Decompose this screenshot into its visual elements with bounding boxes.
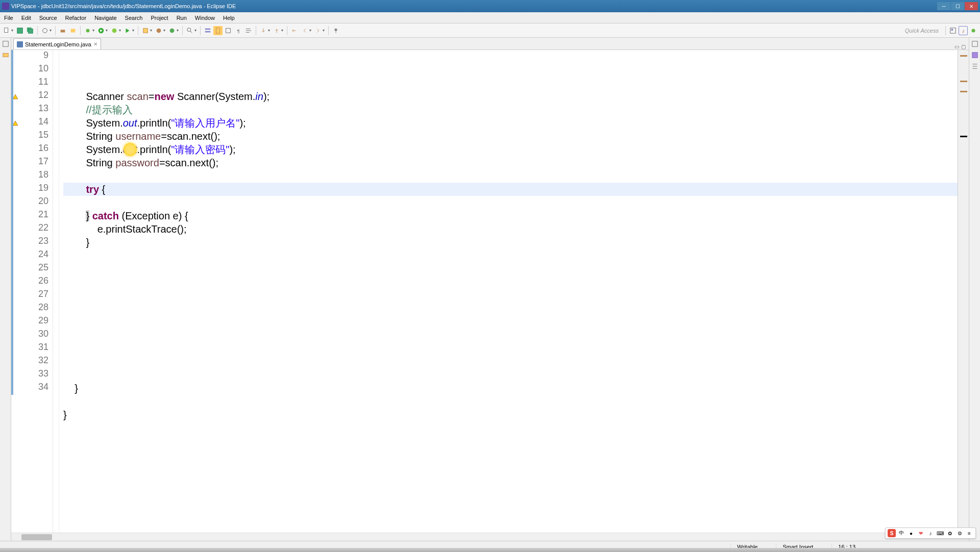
new-java-class-dropdown[interactable]: ▾ (177, 28, 179, 33)
save-all-button[interactable] (26, 26, 35, 35)
ime-softkb-button[interactable]: ⌨ (936, 529, 944, 537)
code-line[interactable] (63, 289, 958, 302)
restore-right-button[interactable] (971, 40, 979, 48)
package-explorer-button[interactable] (2, 51, 10, 59)
run-last-dropdown[interactable]: ▾ (132, 28, 134, 33)
build-button[interactable] (58, 26, 67, 35)
back-button[interactable] (300, 26, 309, 35)
menu-project[interactable]: Project (146, 15, 172, 21)
code-line[interactable] (63, 249, 958, 262)
code-line[interactable]: String password=scan.next(); (63, 156, 958, 169)
toggle-breadcrumb-button[interactable] (203, 26, 212, 35)
forward-button[interactable] (313, 26, 323, 35)
code-line[interactable]: } (63, 382, 958, 395)
close-button[interactable]: ✕ (965, 2, 978, 10)
forward-dropdown[interactable]: ▾ (323, 28, 325, 33)
horizontal-scrollbar[interactable] (11, 533, 969, 541)
menu-window[interactable]: Window (191, 15, 219, 21)
menu-help[interactable]: Help (219, 15, 239, 21)
java-perspective-button[interactable]: J (959, 26, 968, 35)
menu-source[interactable]: Source (35, 15, 61, 21)
minimize-editor-icon[interactable]: ▭ (954, 44, 959, 49)
pin-button[interactable] (331, 26, 340, 35)
open-type-button[interactable] (40, 26, 50, 35)
code-line[interactable]: Scanner scan=new Scanner(System.in); (63, 90, 958, 103)
restore-view-button[interactable] (2, 40, 10, 48)
run-button[interactable] (96, 26, 106, 35)
toggle-block-button[interactable] (224, 26, 233, 35)
code-line[interactable]: System.out.println("请输入用户名"); (63, 116, 958, 130)
new-package-button[interactable] (68, 26, 78, 35)
open-type-dropdown[interactable]: ▾ (50, 28, 52, 33)
code-line[interactable] (63, 262, 958, 275)
toggle-word-wrap-button[interactable] (244, 26, 253, 35)
save-button[interactable] (15, 26, 24, 35)
prev-annotation-button[interactable] (272, 26, 281, 35)
maximize-editor-icon[interactable]: ▢ (961, 44, 966, 49)
code-editor[interactable]: 9101112131415161718192021222324252627282… (11, 50, 969, 533)
sogou-icon[interactable]: S (888, 529, 896, 537)
tab-close-icon[interactable]: ✕ (93, 41, 97, 47)
new-dropdown[interactable]: ▾ (11, 28, 13, 33)
ime-menu-button[interactable]: ≡ (965, 529, 973, 537)
task-list-button[interactable] (971, 51, 979, 59)
prev-annotation-dropdown[interactable]: ▾ (281, 28, 283, 33)
overview-ruler[interactable] (958, 50, 969, 533)
new-java-package-button[interactable] (154, 26, 163, 35)
code-line[interactable] (63, 421, 958, 435)
menu-file[interactable]: File (0, 15, 17, 21)
open-perspective-button[interactable] (948, 26, 958, 35)
new-button[interactable] (2, 26, 11, 35)
new-java-class-button[interactable] (167, 26, 177, 35)
code-line[interactable] (63, 395, 958, 408)
code-line[interactable] (63, 368, 958, 382)
debug-perspective-button[interactable] (969, 26, 978, 35)
code-line[interactable] (63, 329, 958, 342)
debug-dropdown[interactable]: ▾ (92, 28, 94, 33)
code-line[interactable]: } catch (Exception e) { (63, 209, 958, 222)
code-line[interactable]: } (63, 236, 958, 249)
new-java-project-dropdown[interactable]: ▾ (150, 28, 152, 33)
code-line[interactable]: //提示输入 (63, 103, 958, 116)
outline-button[interactable] (971, 62, 979, 70)
maximize-button[interactable]: ☐ (951, 2, 964, 10)
show-whitespace-button[interactable]: ¶ (234, 26, 243, 35)
ime-tool-button[interactable]: ✿ (946, 529, 954, 537)
new-java-package-dropdown[interactable]: ▾ (163, 28, 165, 33)
code-line[interactable] (63, 315, 958, 329)
ime-punct-button[interactable]: ● (907, 529, 915, 537)
code-line[interactable] (63, 169, 958, 183)
toggle-mark-button[interactable] (213, 26, 223, 35)
coverage-dropdown[interactable]: ▾ (119, 28, 121, 33)
minimize-button[interactable]: ─ (937, 2, 950, 10)
run-last-button[interactable] (123, 26, 132, 35)
code-line[interactable]: System.out.println("请输入密码"); (63, 143, 958, 156)
new-java-project-button[interactable] (141, 26, 150, 35)
menu-refactor[interactable]: Refactor (61, 15, 91, 21)
menu-navigate[interactable]: Navigate (90, 15, 120, 21)
last-edit-button[interactable] (290, 26, 299, 35)
run-dropdown[interactable]: ▾ (106, 28, 108, 33)
code-line[interactable] (63, 342, 958, 355)
code-line[interactable] (63, 196, 958, 209)
code-line[interactable]: try { (63, 183, 958, 196)
next-annotation-button[interactable] (259, 26, 268, 35)
quick-access[interactable]: Quick Access (905, 28, 939, 34)
coverage-button[interactable] (110, 26, 119, 35)
menu-search[interactable]: Search (121, 15, 147, 21)
code-line[interactable]: String username=scan.next(); (63, 130, 958, 143)
ime-settings-button[interactable]: ⚙ (955, 529, 964, 537)
code-line[interactable] (63, 275, 958, 289)
search-button[interactable] (185, 26, 194, 35)
back-dropdown[interactable]: ▾ (309, 28, 311, 33)
menu-run[interactable]: Run (173, 15, 191, 21)
editor-tab[interactable]: StatementLoginDemo.java ✕ (13, 38, 101, 49)
ime-lang-button[interactable]: 中 (897, 529, 905, 537)
code-line[interactable] (63, 355, 958, 368)
ime-voice-button[interactable]: ♪ (926, 529, 935, 537)
code-line[interactable]: e.printStackTrace(); (63, 222, 958, 236)
code-line[interactable]: } (63, 408, 958, 421)
menu-edit[interactable]: Edit (17, 15, 35, 21)
next-annotation-dropdown[interactable]: ▾ (268, 28, 270, 33)
ime-skin-button[interactable]: ❤ (917, 529, 925, 537)
